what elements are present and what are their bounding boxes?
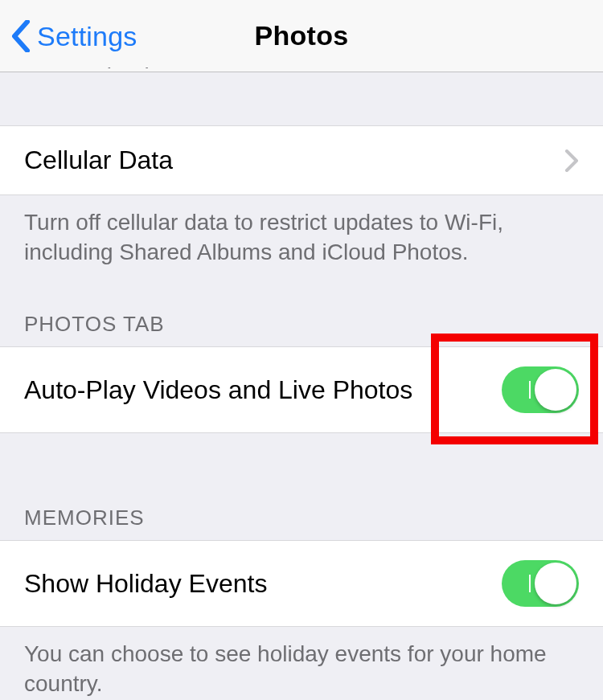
previous-section-footer: to other people's shared albums. — [0, 68, 603, 125]
back-label: Settings — [37, 21, 137, 52]
photos-tab-header: PHOTOS TAB — [0, 280, 603, 346]
cellular-data-label: Cellular Data — [24, 145, 564, 175]
back-button[interactable]: Settings — [11, 0, 137, 72]
cellular-data-row[interactable]: Cellular Data — [0, 125, 603, 195]
show-holiday-toggle[interactable] — [502, 560, 579, 607]
spacer — [0, 433, 603, 489]
nav-bar: Settings Photos — [0, 0, 603, 72]
show-holiday-label: Show Holiday Events — [24, 569, 502, 599]
autoplay-toggle[interactable] — [502, 366, 579, 413]
show-holiday-row: Show Holiday Events — [0, 540, 603, 627]
memories-footer: You can choose to see holiday events for… — [0, 627, 603, 700]
memories-header: MEMORIES — [0, 489, 603, 540]
autoplay-row: Auto-Play Videos and Live Photos — [0, 346, 603, 433]
chevron-left-icon — [11, 20, 31, 52]
autoplay-label: Auto-Play Videos and Live Photos — [24, 375, 502, 405]
chevron-right-icon — [564, 149, 579, 172]
cellular-data-footer: Turn off cellular data to restrict updat… — [0, 195, 603, 280]
